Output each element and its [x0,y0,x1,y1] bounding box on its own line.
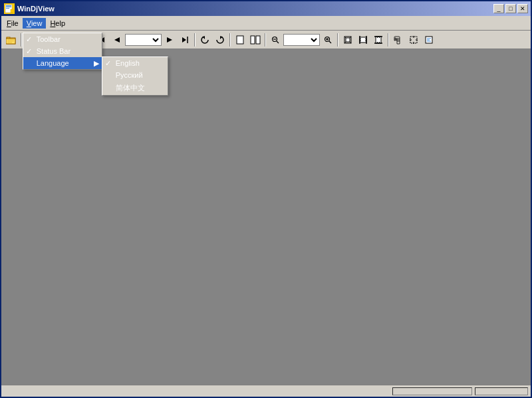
single-page-button[interactable] [233,33,247,47]
submenu-arrow-icon: ▶ [94,59,99,68]
toolbar-separator-6 [265,33,266,47]
title-bar-left: WinDjView [4,3,55,14]
zoom-out-small-button[interactable] [268,33,283,47]
svg-rect-1 [6,5,11,7]
toolbar-separator-7 [337,33,338,47]
english-checkmark: ✓ [105,59,111,68]
two-page-button[interactable] [248,33,263,47]
prev-page-button[interactable] [110,33,124,47]
toolbar-separator-1 [21,33,22,47]
rotate-left-button[interactable] [198,33,212,47]
toolbar-separator-8 [388,33,389,47]
toolbar-separator-4 [194,33,196,47]
menu-help[interactable]: Help [46,18,69,29]
menu-help-label: Help [50,19,65,27]
title-bar: WinDjView _ □ ✕ [1,1,531,16]
svg-rect-2 [6,7,11,7]
fit-page-button[interactable] [340,33,355,47]
language-submenu: ✓ English Русский 简体中文 [102,56,168,96]
svg-rect-35 [251,36,255,44]
language-english-item[interactable]: ✓ English [102,57,168,69]
title-bar-buttons: _ □ ✕ [493,4,528,13]
hand-tool-button[interactable] [391,33,406,47]
toolbar-label: Toolbar [37,35,61,43]
main-content [1,49,531,387]
page-select[interactable] [125,34,162,46]
statusbar-checkmark: ✓ [26,47,32,56]
svg-rect-3 [6,8,9,9]
open-button[interactable] [4,33,19,47]
app-icon [4,3,15,14]
rotate-right-button[interactable] [213,33,227,47]
maximize-button[interactable]: □ [505,4,516,13]
svg-marker-29 [167,37,172,43]
svg-rect-45 [346,38,350,42]
svg-rect-57 [376,37,381,43]
zoom-select[interactable] [283,34,320,46]
chinese-label: 简体中文 [116,84,145,92]
menu-bar: File View ✓ Toolbar ✓ Status Bar Languag… [1,16,531,31]
status-panel-1 [392,387,472,395]
status-bar [1,385,531,397]
svg-rect-36 [256,36,260,44]
zoom-in-small-button[interactable] [321,33,335,47]
svg-rect-50 [360,37,366,43]
fit-height-button[interactable] [371,33,386,47]
view-statusbar-item[interactable]: ✓ Status Bar [23,45,102,57]
menu-file[interactable]: File [3,18,23,29]
minimize-button[interactable]: _ [493,4,504,13]
select-tool-button[interactable] [406,33,421,47]
toolbar-separator-5 [229,33,231,47]
window-title: WinDjView [17,5,55,13]
svg-line-39 [277,41,279,43]
toolbar-checkmark: ✓ [26,35,32,44]
menu-view-label: View [27,19,43,27]
status-panel-2 [475,387,528,395]
svg-line-43 [329,41,331,43]
svg-marker-28 [114,37,120,43]
view-dropdown: ✓ Toolbar ✓ Status Bar Language ▶ ✓ Engl… [23,33,102,70]
menu-view[interactable]: View ✓ Toolbar ✓ Status Bar Language ▶ [23,18,47,29]
statusbar-label: Status Bar [37,47,70,55]
nav-tool-button[interactable] [422,33,436,47]
english-label: English [116,59,140,67]
language-chinese-item[interactable]: 简体中文 [102,81,168,95]
svg-rect-34 [237,36,243,44]
next-page-button[interactable] [162,33,177,47]
application-window: WinDjView _ □ ✕ File View ✓ Toolbar ✓ St… [0,0,532,398]
svg-marker-4 [11,9,13,13]
fit-width-button[interactable] [356,33,370,47]
russian-label: Русский [116,71,143,79]
last-page-button[interactable] [178,33,192,47]
language-label: Language [37,59,69,67]
view-language-item[interactable]: Language ▶ ✓ English Русский 简体中文 [23,57,102,69]
menu-file-label: File [7,19,19,27]
svg-marker-31 [182,37,186,43]
view-toolbar-item[interactable]: ✓ Toolbar [23,33,102,45]
close-button[interactable]: ✕ [517,4,528,13]
language-russian-item[interactable]: Русский [102,69,168,81]
